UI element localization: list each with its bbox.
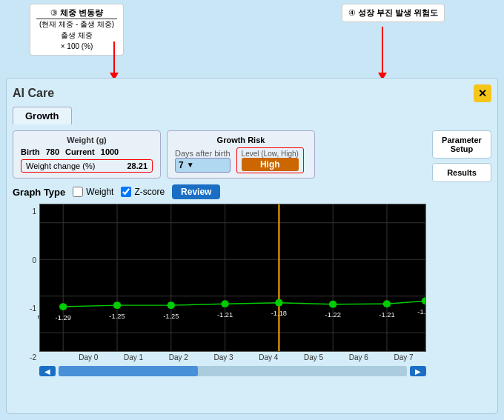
zscore-checkbox[interactable] (121, 187, 131, 197)
x-axis-row: Day 0 Day 1 Day 2 Day 3 Day 4 Day 5 Day … (39, 352, 426, 363)
graph-type-row: Graph Type Weight Z-score Review (13, 184, 426, 199)
growth-risk-title: Growth Risk (175, 136, 307, 144)
svg-text:-1.29: -1.29 (56, 315, 71, 322)
right-panel: Parameter Setup Results (432, 130, 491, 376)
current-value: 1000 (101, 147, 119, 156)
svg-text:-1.22: -1.22 (325, 312, 341, 319)
weight-box: Weight (g) Birth 780 Current 1000 Weight… (13, 130, 161, 179)
left-arrow-line (113, 41, 115, 73)
left-arrow (110, 41, 119, 80)
level-label: Level (Low, High) (242, 150, 299, 158)
annotation-weight-change: ③ 체중 변동량 (현재 체중 - 출생 체중) 출생 체중 × 100 (%) (30, 4, 124, 56)
annotation-right-title: 성장 부진 발생 위험도 (358, 8, 438, 17)
weight-checkbox-label[interactable]: Weight (73, 187, 113, 197)
chart-area: Z-score (39, 204, 426, 376)
x-label-day6: Day 6 (349, 353, 368, 361)
scrollbar-row: ◀ ▶ (39, 366, 426, 376)
birth-label: Birth (21, 147, 40, 156)
results-button[interactable]: Results (432, 163, 491, 182)
days-group: Days after birth 7 ▼ (175, 149, 231, 173)
weight-change-row: Weight change (%) 28.21 (21, 159, 153, 173)
days-value: 7 (179, 160, 184, 170)
x-label-day3: Day 3 (214, 353, 233, 361)
level-box: Level (Low, High) High (236, 147, 304, 173)
y-label-neg2: -2 (30, 353, 36, 361)
annotation-left-formula: (현재 체중 - 출생 체중) 출생 체중 (36, 20, 117, 40)
y-label-neg1: -1 (30, 304, 36, 313)
svg-text:-1.25: -1.25 (109, 313, 125, 321)
annotation-right-circle: ④ (348, 8, 356, 17)
chart-container: -1.29 -1.25 -1.25 -1.21 -1.18 -1.22 -1.2… (39, 204, 426, 352)
x-label-day7: Day 7 (394, 353, 414, 361)
x-label-day1: Day 1 (124, 353, 143, 361)
svg-text:-1.25: -1.25 (163, 313, 179, 321)
x-label-day0: Day 0 (79, 353, 98, 361)
y-label-1: 1 (32, 207, 36, 216)
scrollbar-track[interactable] (59, 366, 407, 376)
annotation-growth-risk: ④ 성장 부진 발생 위험도 (342, 4, 445, 22)
svg-point-16 (221, 300, 228, 307)
x-label-day2: Day 2 (169, 353, 188, 361)
svg-text:-1.21: -1.21 (379, 312, 394, 319)
annotation-left-circle: ③ (50, 8, 58, 17)
svg-point-14 (113, 301, 121, 309)
weight-box-title: Weight (g) (21, 136, 153, 144)
days-label: Days after birth (175, 149, 231, 158)
window-title: AI Care (13, 87, 54, 100)
annotation-left-formula3: × 100 (%) (61, 42, 93, 50)
growth-risk-box: Growth Risk Days after birth 7 ▼ Level (… (167, 130, 315, 179)
y-label-0: 0 (32, 256, 36, 264)
dropdown-arrow-icon: ▼ (187, 161, 194, 169)
svg-text:-1.13: -1.13 (417, 309, 425, 316)
scrollbar-thumb (59, 366, 198, 376)
zscore-checkbox-label[interactable]: Z-score (121, 187, 165, 197)
weight-fields: Birth 780 Current 1000 (21, 147, 153, 156)
scroll-right-button[interactable]: ▶ (410, 366, 426, 376)
graph-type-label: Graph Type (13, 187, 65, 198)
y-label-col: 1 0 -1 -2 (13, 204, 39, 376)
main-window: AI Care ✕ Growth Weight (g) Birth 780 Cu… (6, 78, 498, 414)
right-arrow-line (382, 27, 383, 73)
svg-text:-1.18: -1.18 (271, 310, 287, 318)
window-header: AI Care ✕ (13, 84, 491, 102)
svg-point-17 (275, 299, 282, 307)
zscore-checkbox-text: Z-score (134, 187, 165, 197)
high-badge: High (242, 158, 299, 171)
current-label: Current (65, 147, 95, 156)
weight-checkbox[interactable] (73, 187, 83, 197)
close-button[interactable]: ✕ (474, 84, 491, 102)
review-button[interactable]: Review (172, 184, 220, 199)
weight-change-label: Weight change (%) (26, 161, 95, 170)
risk-fields: Days after birth 7 ▼ Level (Low, High) H… (175, 147, 307, 173)
chart-wrapper: 1 0 -1 -2 Z-score (13, 204, 426, 376)
info-row: Weight (g) Birth 780 Current 1000 Weight… (13, 130, 426, 179)
svg-point-13 (59, 303, 67, 310)
right-arrow (378, 27, 387, 80)
x-label-day5: Day 5 (304, 353, 323, 361)
tabs-row: Growth (13, 107, 491, 124)
svg-point-18 (329, 301, 336, 308)
parameter-setup-button[interactable]: Parameter Setup (432, 130, 491, 159)
annotation-left-title: 체중 변동량 (60, 8, 103, 17)
tab-growth[interactable]: Growth (13, 107, 72, 124)
days-selector[interactable]: 7 ▼ (175, 158, 231, 173)
svg-text:-1.21: -1.21 (217, 312, 233, 319)
x-label-day4: Day 4 (259, 353, 278, 361)
weight-checkbox-text: Weight (86, 187, 113, 197)
left-panel: Weight (g) Birth 780 Current 1000 Weight… (13, 130, 426, 376)
svg-point-15 (168, 301, 175, 309)
birth-value: 780 (46, 147, 59, 156)
content-area: Weight (g) Birth 780 Current 1000 Weight… (13, 130, 491, 376)
svg-point-20 (422, 297, 425, 304)
chart-svg: -1.29 -1.25 -1.25 -1.21 -1.18 -1.22 -1.2… (40, 204, 425, 351)
scroll-left-button[interactable]: ◀ (39, 366, 56, 376)
svg-point-19 (383, 300, 391, 307)
weight-change-value: 28.21 (127, 161, 147, 170)
